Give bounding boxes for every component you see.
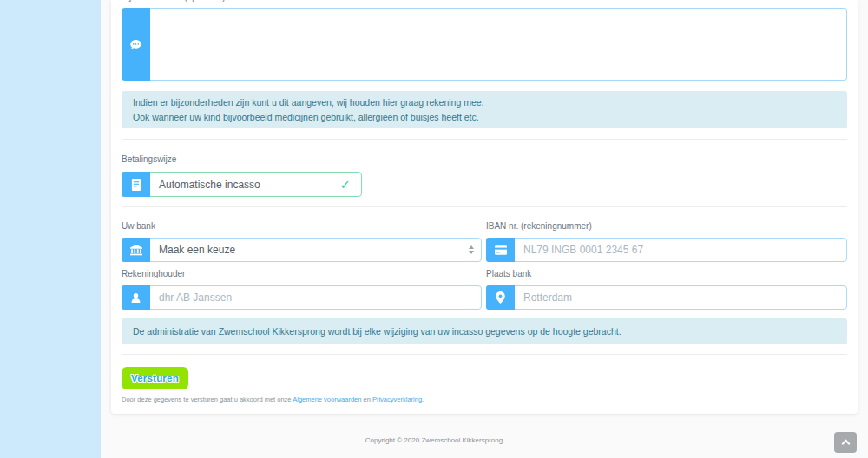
city-label: Plaats bank (486, 269, 531, 278)
bank-label: Uw bank (122, 221, 155, 231)
select-arrows-icon (469, 239, 481, 261)
holder-input[interactable] (150, 286, 481, 309)
iban-input[interactable] (515, 239, 846, 261)
notes-label: Bijzonderheden (optioneel) (122, 0, 226, 2)
terms-text: Door deze gegevens te versturen gaat u a… (122, 396, 424, 403)
terms-middle: en (361, 396, 372, 403)
incasso-info-box: De administratie van Zwemschool Kikkersp… (122, 318, 847, 344)
notes-info-line: Indien er bijzonderheden zijn kunt u dit… (133, 95, 836, 110)
payment-label: Betalingswijze (122, 154, 176, 164)
terms-link[interactable]: Algemene voorwaarden (293, 396, 361, 403)
comment-icon (122, 8, 150, 81)
notes-info-box: Indien er bijzonderheden zijn kunt u dit… (122, 91, 847, 128)
scroll-to-top-button[interactable] (834, 432, 857, 453)
divider (122, 206, 847, 207)
iban-label: IBAN nr. (rekeningnummer) (486, 221, 592, 231)
left-panel (0, 0, 101, 458)
user-icon (122, 285, 150, 310)
terms-prefix: Door deze gegevens te versturen gaat u a… (122, 396, 293, 403)
form-card: Bijzonderheden (optioneel) Indien er bij… (111, 0, 858, 414)
invoice-icon (122, 172, 150, 197)
valid-check-icon: ✓ (339, 173, 361, 196)
city-input[interactable] (515, 286, 846, 309)
payment-value: Automatische incasso (150, 173, 339, 196)
bank-select-value: Maak een keuze (150, 239, 469, 261)
divider (122, 354, 847, 355)
notes-textarea[interactable] (150, 8, 847, 81)
iban-field (486, 238, 847, 262)
terms-suffix: . (422, 396, 424, 403)
chevron-up-icon (841, 440, 850, 448)
bank-select[interactable]: Maak een keuze (122, 238, 482, 262)
payment-field: Automatische incasso ✓ (122, 172, 362, 197)
bank-icon (122, 238, 150, 262)
incasso-info-text: De administratie van Zwemschool Kikkersp… (133, 324, 836, 339)
holder-label: Rekeninghouder (122, 269, 185, 278)
map-marker-icon (486, 285, 515, 310)
divider (122, 139, 847, 140)
notes-field (122, 8, 847, 81)
credit-card-icon (486, 238, 515, 262)
submit-button[interactable]: Versturen (122, 367, 188, 389)
holder-field (122, 285, 482, 310)
city-field (486, 285, 847, 310)
notes-info-line: Ook wanneer uw kind bijvoorbeeld medicij… (133, 110, 836, 125)
privacy-link[interactable]: Privacyverklaring (372, 396, 422, 403)
copyright-text: Copyright © 2020 Zwemschool Kikkersprong (0, 436, 868, 444)
